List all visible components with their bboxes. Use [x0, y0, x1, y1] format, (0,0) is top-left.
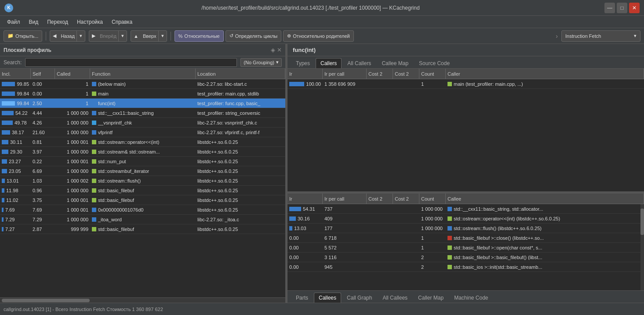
forward-dropdown-button[interactable]: ▾: [119, 31, 127, 41]
col-header-self[interactable]: Self: [31, 69, 55, 79]
cell-loc: libstdc++.so.6.0.25: [196, 198, 285, 203]
table-row[interactable]: 30.11 0.81 1 000 001 std::ostream::opera…: [0, 137, 285, 147]
callees-col-cost1[interactable]: Cost 2: [367, 194, 393, 204]
callers-col-ir[interactable]: Ir: [287, 69, 323, 79]
cell-incl: 11.02: [0, 198, 31, 203]
event-dropdown[interactable]: Instruction Fetch ▾: [561, 30, 640, 42]
cell-loc: libstdc++.so.6.0.25: [196, 178, 285, 183]
callees-scrollbar-thumb[interactable]: [640, 209, 644, 235]
right-content: Ir Ir per call Cost 2 Cost 2 Count Calle…: [287, 69, 644, 303]
toolbar-separator-1: [46, 32, 46, 40]
folder-icon: 📁: [7, 33, 14, 39]
table-row[interactable]: 7.29 7.29 1 000 000 _itoa_word libc-2.27…: [0, 215, 285, 224]
tab-all-callers[interactable]: All Callers: [342, 58, 376, 68]
callers-col-count[interactable]: Count: [419, 69, 446, 79]
callee-row[interactable]: 0.00 6 718 1 std::basic_filebuf >::close…: [287, 233, 640, 243]
callee-row[interactable]: 54.31 737 1 000 000 std::__cxx11::basic_…: [287, 204, 640, 214]
cell-called: 1: [55, 91, 90, 96]
cell-func: std::num_put: [90, 159, 196, 164]
menu-settings[interactable]: Настройка: [73, 17, 106, 27]
cell-self: 0.00: [31, 91, 55, 96]
minimize-button[interactable]: —: [604, 3, 615, 13]
table-row[interactable]: 7.27 2.87 999 999 std::basic_filebuf lib…: [0, 224, 285, 234]
callees-scrollbar[interactable]: [640, 204, 644, 290]
callee-row[interactable]: 0.00 5 572 1 std::basic_filebuf >::open(…: [287, 243, 640, 253]
table-row[interactable]: 23.05 6.69 1 000 000 std::ostreambuf_ite…: [0, 166, 285, 176]
callee-row[interactable]: 0.00 945 2 std::basic_ios >::init(std::b…: [287, 262, 640, 272]
cell-func: std::__cxx11::basic_string: [90, 110, 196, 116]
table-row[interactable]: 49.78 4.26 1 000 000 __vsnprintf_chk lib…: [0, 118, 285, 128]
pin-icon[interactable]: ◈: [271, 47, 275, 53]
callers-col-irpc[interactable]: Ir per call: [323, 69, 367, 79]
table-row[interactable]: 54.22 4.44 1 000 000 std::__cxx11::basic…: [0, 108, 285, 118]
table-row[interactable]: 11.98 0.96 1 000 000 std::basic_filebuf …: [0, 186, 285, 195]
table-row[interactable]: 11.02 3.75 1 000 001 std::basic_filebuf …: [0, 195, 285, 205]
maximize-button[interactable]: □: [617, 3, 627, 13]
tab-types[interactable]: Types: [291, 58, 315, 68]
scrollbar-thumb[interactable]: [2, 299, 90, 302]
forward-nav-group: ▶ Вперёд ▾: [89, 30, 127, 42]
callers-col-cost2[interactable]: Cost 2: [393, 69, 419, 79]
relative-parents-button[interactable]: ⊕ Относительно родителей: [283, 30, 353, 42]
cell-self: 1.03: [31, 178, 55, 183]
callers-col-caller[interactable]: Caller: [446, 69, 644, 79]
table-row[interactable]: 99.85 0.00 1 (below main) libc-2.27.so: …: [0, 79, 285, 89]
up-button[interactable]: ▲: [131, 31, 141, 41]
tab-machine-code[interactable]: Machine Code: [449, 293, 493, 303]
callee-cell-irpc: 409: [323, 216, 367, 221]
close-button[interactable]: ✕: [629, 3, 640, 13]
cell-self: 0.96: [31, 188, 55, 193]
tab-all-callees[interactable]: All Callees: [378, 293, 412, 303]
col-header-location[interactable]: Location: [196, 69, 285, 79]
callee-cell-count: 1: [419, 245, 446, 250]
grouping-dropdown[interactable]: (No Grouping) ▾: [240, 58, 282, 67]
table-row[interactable]: 38.17 21.60 1 000 000 vfprintf libc-2.27…: [0, 128, 285, 137]
back-button[interactable]: ◀: [50, 31, 59, 41]
search-input[interactable]: [25, 58, 237, 67]
cell-incl: 7.69: [0, 207, 31, 212]
back-dropdown-button[interactable]: ▾: [77, 31, 85, 41]
table-row[interactable]: 99.84 0.00 1 main test_profiler: main.cp…: [0, 89, 285, 99]
scrollbar-track[interactable]: [2, 299, 284, 302]
table-row[interactable]: 29.30 3.97 1 000 000 std::ostream& std::…: [0, 147, 285, 157]
forward-button[interactable]: ▶: [89, 31, 98, 41]
tab-callee-map[interactable]: Callee Map: [377, 58, 413, 68]
tab-callers[interactable]: Callers: [316, 58, 342, 68]
callee-row[interactable]: 0.00 3 116 2 std::basic_filebuf >::basic…: [287, 253, 640, 262]
cell-func: func(int): [90, 101, 196, 106]
relative-button[interactable]: % Относительные: [175, 30, 224, 42]
table-row[interactable]: 99.84 2.50 1 func(int) test_profiler: fu…: [0, 99, 285, 108]
callees-col-count[interactable]: Count: [419, 194, 446, 204]
callers-col-cost1[interactable]: Cost 2: [367, 69, 393, 79]
tab-source-code[interactable]: Source Code: [414, 58, 455, 68]
menu-file[interactable]: Файл: [4, 17, 24, 27]
callees-col-callee[interactable]: Callee: [446, 194, 644, 204]
menu-help[interactable]: Справка: [108, 17, 136, 27]
open-button[interactable]: 📁 Открыть...: [4, 30, 42, 42]
menu-navigate[interactable]: Переход: [44, 17, 72, 27]
callees-col-irpc[interactable]: Ir per call: [323, 194, 367, 204]
callees-col-cost2[interactable]: Cost 2: [393, 194, 419, 204]
cycles-button[interactable]: ↺ Определять циклы: [226, 30, 282, 42]
callees-col-ir[interactable]: Ir: [287, 194, 323, 204]
horizontal-scrollbar[interactable]: [0, 297, 285, 303]
tab-call-graph[interactable]: Call Graph: [342, 293, 377, 303]
table-row[interactable]: 13.01 1.03 1 000 002 std::ostream::flush…: [0, 176, 285, 186]
cell-loc: libc-2.27.so: libc-start.c: [196, 81, 285, 87]
close-panel-icon[interactable]: ✕: [277, 47, 282, 53]
callee-row[interactable]: 13.03 177 1 000 000 std::ostream::flush(…: [287, 223, 640, 233]
tab-caller-map[interactable]: Caller Map: [413, 293, 448, 303]
tab-callees[interactable]: Callees: [314, 293, 341, 303]
callee-row[interactable]: 30.16 409 1 000 000 std::ostream::operat…: [287, 214, 640, 223]
tab-parts[interactable]: Parts: [291, 293, 313, 303]
table-row[interactable]: 7.69 7.69 1 000 001 0x0000000001076d0 li…: [0, 205, 285, 215]
table-row[interactable]: 23.27 0.22 1 000 001 std::num_put libstd…: [0, 157, 285, 166]
menu-view[interactable]: Вид: [25, 17, 42, 27]
col-header-function[interactable]: Function: [90, 69, 196, 79]
col-header-called[interactable]: Called: [55, 69, 90, 79]
caller-cell-ir: 100.00: [287, 81, 323, 87]
up-dropdown-button[interactable]: ▾: [159, 31, 167, 41]
col-header-incl[interactable]: Incl.: [0, 69, 31, 79]
callee-cell-ir: 0.00: [287, 245, 323, 250]
callers-row[interactable]: 100.00 1 358 696 909 1 main (test_profil…: [287, 79, 644, 89]
